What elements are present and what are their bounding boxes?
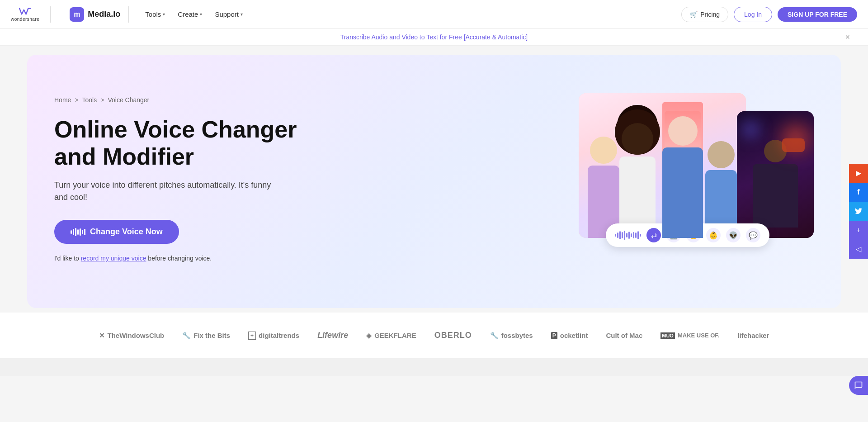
side-social-bar: ▶ f + ◁ <box>849 164 868 259</box>
brand-windowsclub: ✕ TheWindowsClub <box>99 332 165 340</box>
change-voice-button[interactable]: Change Voice Now <box>54 220 179 244</box>
chat-bubble-icon <box>854 381 863 390</box>
brand-makeuseof: MUO MAKE USE OF. <box>660 332 719 339</box>
swap-icon[interactable]: ⇄ <box>646 228 661 242</box>
chat-icon[interactable]: 💬 <box>746 228 760 242</box>
brand-cultofmac: Cult of Mac <box>606 332 642 339</box>
child-icon[interactable]: 👶 <box>706 228 721 242</box>
breadcrumb-current: Voice Changer <box>108 96 149 104</box>
brand-lifehacker: lifehacker <box>737 332 769 339</box>
brand-oberlo: OBERLO <box>434 331 472 340</box>
hero-title: Online Voice Changer and Modifier <box>54 116 316 171</box>
record-text: I'd like to record my unique voice befor… <box>54 255 316 262</box>
side-twitter-btn[interactable] <box>849 202 868 221</box>
hero-section: Home > Tools > Voice Changer Online Voic… <box>27 55 841 308</box>
login-button[interactable]: Log In <box>734 7 772 22</box>
breadcrumb-sep1: > <box>75 96 78 104</box>
brand-pocketlint: P ocketlint <box>551 332 588 339</box>
nav-actions: 🛒 Pricing Log In SIGN UP FOR FREE <box>681 7 857 22</box>
promo-banner: Transcribe Audio and Video to Text for F… <box>0 29 868 46</box>
hero-left: Home > Tools > Voice Changer Online Voic… <box>54 96 316 262</box>
side-facebook-btn[interactable]: f <box>849 183 868 202</box>
create-chevron: ▾ <box>200 12 202 17</box>
side-video-btn[interactable]: ▶ <box>849 164 868 183</box>
hero-subtitle: Turn your voice into different pitches a… <box>54 179 271 204</box>
hero-secondary-image <box>737 111 814 238</box>
support-chevron: ▾ <box>241 12 243 17</box>
nav-create[interactable]: Create ▾ <box>172 7 208 22</box>
pricing-button[interactable]: 🛒 Pricing <box>681 7 728 22</box>
logo-divider <box>50 6 51 23</box>
signup-button[interactable]: SIGN UP FOR FREE <box>778 7 857 22</box>
nav-links: Tools ▾ Create ▾ Support ▾ <box>140 7 681 22</box>
side-share-btn[interactable]: ◁ <box>849 240 868 259</box>
tools-chevron: ▾ <box>163 12 165 17</box>
brand-lifewire: Lifewire <box>317 331 348 340</box>
nav-support[interactable]: Support ▾ <box>209 7 248 22</box>
breadcrumb-home[interactable]: Home <box>54 96 71 104</box>
wondershare-logo: wondershare <box>11 7 39 22</box>
brand-fossbytes: 🔧 fossbytes <box>490 332 533 340</box>
promo-link[interactable]: Transcribe Audio and Video to Text for F… <box>340 33 528 41</box>
side-chat-button[interactable] <box>849 376 868 395</box>
brand-fix: 🔧 Fix the Bits <box>182 332 230 340</box>
wave-visual <box>615 231 641 240</box>
media-io-logo: m Media.io <box>70 7 120 22</box>
hero-right: ⇄ 🤖 😊 👶 👽 💬 <box>579 93 814 265</box>
breadcrumb: Home > Tools > Voice Changer <box>54 96 316 104</box>
nav-logo: wondershare m Media.io <box>11 6 129 23</box>
media-icon: m <box>70 7 84 22</box>
brand-digitaltrends: + digitaltrends <box>248 332 299 340</box>
twitter-icon <box>855 208 862 214</box>
breadcrumb-tools[interactable]: Tools <box>82 96 97 104</box>
side-plus-btn[interactable]: + <box>849 221 868 240</box>
wave-icon <box>71 228 85 236</box>
brand-geekflare: ◈ GEEKFLARE <box>366 332 416 340</box>
wondershare-icon <box>18 7 33 16</box>
media-name: Media.io <box>88 9 120 19</box>
breadcrumb-sep2: > <box>100 96 104 104</box>
banner-close[interactable]: × <box>845 33 850 42</box>
bottom-strip <box>0 358 868 376</box>
wondershare-text: wondershare <box>11 17 39 22</box>
pricing-icon: 🛒 <box>690 11 698 18</box>
brands-section: ✕ TheWindowsClub 🔧 Fix the Bits + digita… <box>0 313 868 358</box>
record-link[interactable]: record my unique voice <box>81 255 146 262</box>
alien-icon[interactable]: 👽 <box>726 228 741 242</box>
hero-main-image <box>579 93 746 238</box>
nav-tools[interactable]: Tools ▾ <box>140 7 170 22</box>
navbar: wondershare m Media.io Tools ▾ Create ▾ … <box>0 0 868 29</box>
